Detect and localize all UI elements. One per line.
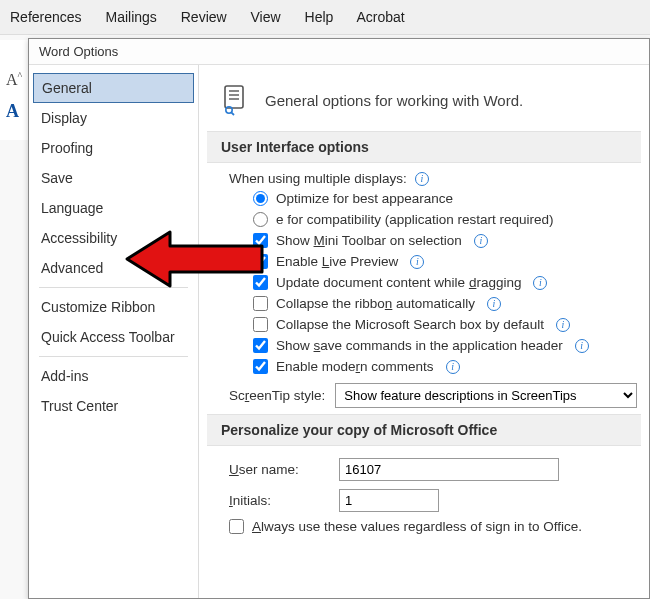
sidebar-separator [39, 287, 188, 288]
options-main-panel: General options for working with Word. U… [199, 65, 649, 598]
radio-optimize-compatibility[interactable] [253, 212, 268, 227]
page-heading: General options for working with Word. [265, 92, 523, 109]
ribbon-tab[interactable]: Acrobat [356, 9, 404, 25]
radio-optimize-appearance[interactable] [253, 191, 268, 206]
sidebar-item-add-ins[interactable]: Add-ins [29, 361, 198, 391]
sidebar-item-general[interactable]: General [33, 73, 194, 103]
user-name-input[interactable] [339, 458, 559, 481]
info-icon[interactable]: i [410, 255, 424, 269]
sidebar-item-advanced[interactable]: Advanced [29, 253, 198, 283]
info-icon[interactable]: i [446, 360, 460, 374]
checkbox-collapse-ribbon[interactable] [253, 296, 268, 311]
word-options-dialog: Word Options General Display Proofing Sa… [28, 38, 650, 599]
section-personalize: Personalize your copy of Microsoft Offic… [207, 414, 641, 446]
ribbon-tab[interactable]: Mailings [105, 9, 156, 25]
displays-label: When using multiple displays: i [229, 171, 649, 186]
sidebar-item-quick-access[interactable]: Quick Access Toolbar [29, 322, 198, 352]
checkbox-mini-toolbar-label: Show Mini Toolbar on selection [276, 233, 462, 248]
background-ribbon: References Mailings Review View Help Acr… [0, 0, 650, 35]
sidebar-item-display[interactable]: Display [29, 103, 198, 133]
info-icon[interactable]: i [415, 172, 429, 186]
ribbon-tab[interactable]: References [10, 9, 82, 25]
radio-optimize-label: Optimize for best appearance [276, 191, 453, 206]
ribbon-tab[interactable]: View [251, 9, 281, 25]
checkbox-collapse-search-label: Collapse the Microsoft Search box by def… [276, 317, 544, 332]
background-stub: A^ A [0, 40, 28, 140]
sidebar-item-trust-center[interactable]: Trust Center [29, 391, 198, 421]
sidebar-item-accessibility[interactable]: Accessibility [29, 223, 198, 253]
options-sidebar: General Display Proofing Save Language A… [29, 65, 199, 598]
sidebar-item-proofing[interactable]: Proofing [29, 133, 198, 163]
checkbox-save-commands[interactable] [253, 338, 268, 353]
sidebar-separator [39, 356, 188, 357]
svg-line-5 [231, 112, 234, 115]
svg-rect-0 [225, 86, 243, 108]
ribbon-tab[interactable]: Review [181, 9, 227, 25]
radio-compatibility-label: e for compatibility (application restart… [276, 212, 554, 227]
checkbox-update-dragging-label: Update document content while dragging [276, 275, 521, 290]
info-icon[interactable]: i [556, 318, 570, 332]
initials-input[interactable] [339, 489, 439, 512]
sidebar-item-language[interactable]: Language [29, 193, 198, 223]
screentip-select[interactable]: Show feature descriptions in ScreenTips [335, 383, 637, 408]
info-icon[interactable]: i [533, 276, 547, 290]
section-ui-options: User Interface options [207, 131, 641, 163]
sidebar-item-customize-ribbon[interactable]: Customize Ribbon [29, 292, 198, 322]
checkbox-save-commands-label: Show save commands in the application he… [276, 338, 563, 353]
checkbox-mini-toolbar[interactable] [253, 233, 268, 248]
checkbox-always-use-values-label: Always use these values regardless of si… [252, 519, 582, 534]
checkbox-live-preview[interactable] [253, 254, 268, 269]
checkbox-modern-comments-label: Enable modern comments [276, 359, 434, 374]
sidebar-item-save[interactable]: Save [29, 163, 198, 193]
dialog-title: Word Options [29, 39, 649, 65]
info-icon[interactable]: i [575, 339, 589, 353]
user-name-label: User name: [229, 462, 329, 477]
screentip-label: ScreenTip style: [229, 388, 325, 403]
checkbox-collapse-search[interactable] [253, 317, 268, 332]
info-icon[interactable]: i [474, 234, 488, 248]
checkbox-update-dragging[interactable] [253, 275, 268, 290]
checkbox-modern-comments[interactable] [253, 359, 268, 374]
checkbox-live-preview-label: Enable Live Preview [276, 254, 398, 269]
ribbon-tab[interactable]: Help [305, 9, 334, 25]
info-icon[interactable]: i [487, 297, 501, 311]
checkbox-always-use-values[interactable] [229, 519, 244, 534]
general-options-icon [219, 83, 253, 117]
initials-label: Initials: [229, 493, 329, 508]
checkbox-collapse-ribbon-label: Collapse the ribbon automatically [276, 296, 475, 311]
